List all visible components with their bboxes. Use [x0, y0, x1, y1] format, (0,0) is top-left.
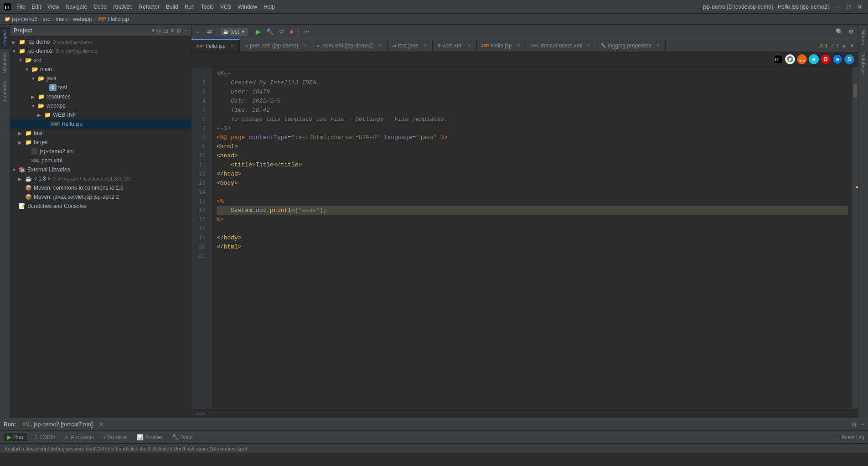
tab-close-logging[interactable]: ✕	[655, 43, 661, 48]
run-config-display[interactable]: XML jsp-demo2 [tomcat7:run]	[20, 420, 95, 429]
tree-item-src[interactable]: ▼ 📂 src	[10, 56, 191, 65]
expand-arrow-jsp-demo2[interactable]: ▼	[12, 49, 18, 54]
menu-refactor[interactable]: Refactor	[136, 3, 162, 11]
favorites-tab[interactable]: Favorites	[0, 77, 10, 105]
collapse-all-btn[interactable]: ⊟	[163, 27, 169, 34]
minimize-button[interactable]: ─	[833, 2, 842, 11]
back-button[interactable]: ←	[193, 27, 204, 36]
tree-item-java[interactable]: ▼ 📂 java	[10, 74, 191, 83]
tab-close-hello-jsp[interactable]: ✕	[229, 43, 235, 49]
tree-item-webinf[interactable]: ▶ 📁 WEB-INF	[10, 110, 191, 119]
run-button[interactable]: ▶	[254, 27, 263, 36]
tree-item-jsp-demo2[interactable]: ▼ 📁 jsp-demo2 D:\code\jsp-demo2	[10, 47, 191, 56]
breadcrumb-filename[interactable]: Hello.jsp	[108, 16, 129, 22]
expand-arrow-webapp[interactable]: ▼	[31, 104, 37, 109]
menu-build[interactable]: Build	[163, 3, 181, 11]
menu-window[interactable]: Window	[235, 3, 260, 11]
opera-icon[interactable]: O	[821, 54, 831, 64]
maven-tab[interactable]: Maven	[858, 26, 868, 49]
tab-hello-jsp-2[interactable]: JSP Hello.jsp ✕	[477, 39, 526, 52]
tree-item-target[interactable]: ▶ 📁 target	[10, 138, 191, 147]
menu-code[interactable]: Code	[91, 3, 109, 11]
menu-analyze[interactable]: Analyze	[110, 3, 135, 11]
menu-edit[interactable]: Edit	[29, 3, 44, 11]
tree-item-jsp-api[interactable]: 📦 Maven: javax.servlet.jsp:jsp-api:2.2	[10, 192, 191, 202]
database-tab[interactable]: Database	[858, 49, 868, 78]
check-badge[interactable]: ✓ 1	[831, 43, 839, 49]
tree-item-pom-xml[interactable]: XML pom.xml	[10, 156, 191, 165]
tree-item-jdk[interactable]: ▶ ☕ < 1.8 > C:\Program Files\Java\jdk1.8…	[10, 174, 191, 183]
build-button[interactable]: 🔨	[264, 27, 276, 36]
close-button[interactable]: ✕	[855, 2, 864, 11]
event-log-btn[interactable]: Event Log	[842, 435, 864, 440]
scrollbar-thumb[interactable]	[853, 84, 857, 98]
sort-btn[interactable]: ≡	[170, 27, 174, 34]
rerun-button[interactable]: ↺	[277, 27, 286, 36]
tab-close-hello-2[interactable]: ✕	[516, 43, 521, 48]
breadcrumb-webapp[interactable]: webapp	[73, 16, 92, 22]
search-everywhere-btn[interactable]: 🔍	[833, 27, 845, 36]
bottom-tab-build[interactable]: 🔨 Build	[168, 433, 196, 441]
tree-item-ext-libs[interactable]: ▼ 📚 External Libraries	[10, 165, 191, 174]
more-run-btn[interactable]: ⋯	[301, 27, 312, 36]
close-run-btn[interactable]: ✕	[99, 421, 103, 428]
expand-arrow-main[interactable]: ▼	[25, 67, 31, 72]
menu-navigate[interactable]: Navigate	[63, 3, 90, 11]
tab-tomcat-users[interactable]: XML tomcat-users.xml ✕	[526, 39, 597, 52]
tree-item-hello-jsp[interactable]: JSP Hello.jsp	[10, 119, 191, 129]
expand-arrow-webinf[interactable]: ▶	[37, 113, 44, 118]
bottom-tab-todo[interactable]: ☑ TODO	[29, 433, 58, 441]
expand-arrow-target[interactable]: ▶	[18, 140, 25, 145]
tab-close-web-xml[interactable]: ✕	[466, 43, 472, 48]
project-dropdown-icon[interactable]: ▼	[151, 28, 156, 33]
edge-icon[interactable]: e	[832, 54, 842, 64]
run-config-selector[interactable]: ☕ test ▼	[220, 28, 248, 36]
expand-arrow-test-folder[interactable]: ▶	[18, 131, 25, 136]
tree-item-scratches[interactable]: 📝 Scratches and Consoles	[10, 202, 191, 211]
expand-arrow-resources[interactable]: ▶	[31, 94, 37, 99]
tab-hello-jsp[interactable]: JSP hello.jsp ✕	[191, 39, 240, 52]
warning-badge[interactable]: ⚠ 1	[819, 43, 828, 49]
tree-item-webapp[interactable]: ▼ 📂 webapp	[10, 101, 191, 110]
tree-item-main[interactable]: ▼ 📂 main	[10, 65, 191, 74]
tab-test-java[interactable]: m test.java ✕	[388, 39, 433, 52]
safari-edge-icon[interactable]: S	[844, 54, 854, 64]
run-close-btn[interactable]: −	[861, 421, 864, 428]
breadcrumb-src[interactable]: src	[43, 16, 50, 22]
tree-item-resources[interactable]: ▶ 📁 resources	[10, 92, 191, 101]
nav-bar-button[interactable]: ⇄	[205, 27, 214, 36]
expand-arrow-java[interactable]: ▼	[31, 76, 37, 81]
menu-view[interactable]: View	[45, 3, 62, 11]
tab-close-pom-1[interactable]: ✕	[302, 43, 307, 48]
menu-vcs[interactable]: VCS	[217, 3, 234, 11]
run-settings-btn[interactable]: ⚙	[851, 421, 857, 428]
tab-scroll-up[interactable]: ▲	[842, 43, 847, 48]
firefox-icon[interactable]: 🦊	[797, 54, 807, 64]
settings-button[interactable]: ⚙	[846, 27, 856, 36]
intellij-browser-icon[interactable]: IJ	[773, 54, 783, 64]
bottom-tab-run[interactable]: ▶ Run	[4, 433, 27, 441]
editor-scrollbar[interactable]	[852, 67, 858, 409]
tab-scroll-down[interactable]: ▼	[849, 43, 854, 48]
locate-file-btn[interactable]: ◎	[156, 27, 161, 34]
bottom-tab-problems[interactable]: ⚠ Problems	[60, 433, 98, 441]
project-tab[interactable]: Project	[0, 26, 10, 49]
menu-tools[interactable]: Tools	[198, 3, 217, 11]
tree-item-iml[interactable]: ⬛ jsp-demo2.iml	[10, 147, 191, 156]
breadcrumb-main[interactable]: main	[56, 16, 67, 22]
code-editor[interactable]: <%-- Created by IntelliJ IDEA. User: 184…	[212, 67, 852, 409]
ie-icon[interactable]: e	[809, 54, 819, 64]
expand-arrow-ext-libs[interactable]: ▼	[12, 167, 18, 172]
bottom-tab-terminal[interactable]: ▪ Terminal	[99, 433, 131, 441]
expand-arrow-jsp-demo[interactable]: ▶	[12, 40, 18, 45]
close-panel-btn[interactable]: −	[184, 27, 187, 34]
menu-help[interactable]: Help	[261, 3, 278, 11]
tree-item-test-folder[interactable]: ▶ 📁 test	[10, 129, 191, 138]
expand-arrow-src[interactable]: ▼	[18, 58, 25, 63]
expand-arrow-jdk[interactable]: ▶	[18, 176, 25, 181]
tree-item-jsp-demo[interactable]: ▶ 📁 jsp-demo D:\code\jsp-demo	[10, 37, 191, 47]
tab-logging[interactable]: 🔧 logging.properties ✕	[596, 39, 665, 52]
tab-close-pom-2[interactable]: ✕	[377, 43, 383, 48]
tree-item-test-class[interactable]: C test	[10, 83, 191, 92]
tab-pom-xml-2[interactable]: m pom.xml (jsp-demo2) ✕	[312, 39, 388, 52]
